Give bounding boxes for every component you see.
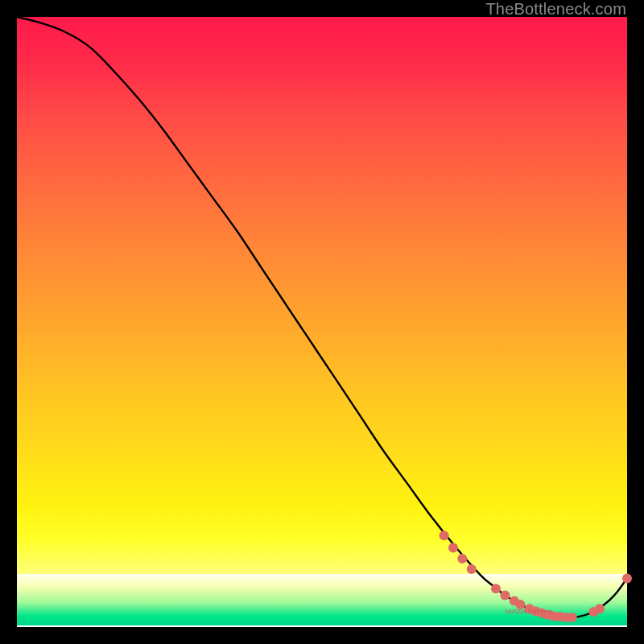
chart-stage: TheBottleneck.com NVIDIA GeForce bbox=[0, 0, 644, 644]
data-marker bbox=[457, 554, 467, 564]
data-marker bbox=[467, 564, 477, 574]
watermark-text: TheBottleneck.com bbox=[485, 0, 626, 19]
data-marker bbox=[491, 584, 501, 593]
curve-layer: NVIDIA GeForce bbox=[17, 17, 627, 627]
data-marker bbox=[568, 613, 577, 622]
data-marker bbox=[622, 573, 632, 583]
data-marker bbox=[440, 530, 449, 540]
data-marker bbox=[595, 604, 605, 613]
data-marker bbox=[500, 591, 510, 601]
plot-area: NVIDIA GeForce bbox=[17, 17, 627, 627]
marker-inline-label: NVIDIA GeForce bbox=[505, 608, 553, 615]
bottleneck-curve bbox=[17, 17, 627, 617]
data-marker bbox=[448, 543, 458, 553]
